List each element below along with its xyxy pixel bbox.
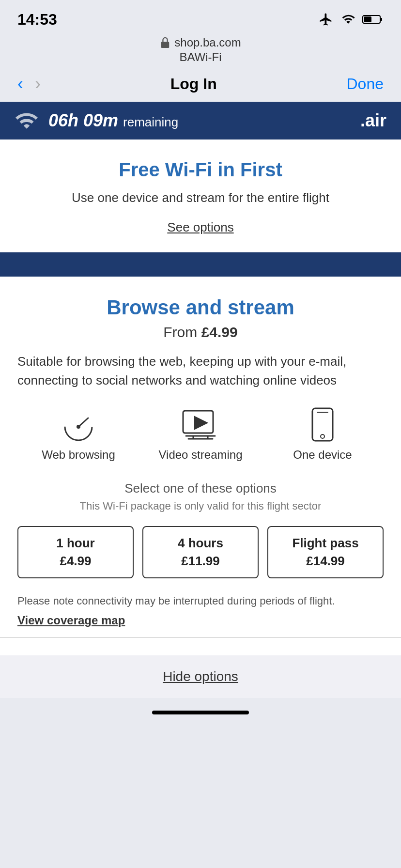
battery-icon <box>362 14 384 25</box>
amount-4hours: £11.99 <box>148 554 253 569</box>
features-row: Web browsing Video streaming <box>17 407 384 462</box>
status-bar: 14:53 <box>0 0 401 34</box>
duration-1hour: 1 hour <box>23 536 128 551</box>
site-name: BAWi-Fi <box>0 50 401 64</box>
wifi-icon <box>340 13 355 26</box>
web-browsing-icon <box>59 407 98 441</box>
video-streaming-label: Video streaming <box>159 448 243 462</box>
done-button[interactable]: Done <box>347 75 384 93</box>
price-option-4-hours[interactable]: 4 hours £11.99 <box>142 526 259 578</box>
see-options-link[interactable]: See options <box>17 220 384 235</box>
browser-url-bar: shop.ba.com BAWi-Fi <box>0 34 401 69</box>
status-icons <box>319 12 384 27</box>
amount-1hour: £4.99 <box>23 554 128 569</box>
url-text: shop.ba.com <box>174 36 241 49</box>
svg-point-13 <box>321 434 324 438</box>
video-streaming-icon <box>181 407 220 441</box>
one-device-label: One device <box>293 448 352 462</box>
time-remaining: 06h 09mremaining <box>48 110 178 131</box>
airplane-icon <box>319 12 333 27</box>
duration-4hours: 4 hours <box>148 536 253 551</box>
amount-flightpass: £14.99 <box>273 554 378 569</box>
feature-one-device: One device <box>262 407 384 462</box>
one-device-icon <box>303 407 342 441</box>
price-value: £4.99 <box>201 324 238 340</box>
svg-rect-2 <box>364 16 371 22</box>
top-strip: 06h 09mremaining .air <box>0 102 401 140</box>
price-option-1-hour[interactable]: 1 hour £4.99 <box>17 526 134 578</box>
lock-icon <box>160 36 170 49</box>
price-row: From £4.99 <box>17 324 384 341</box>
card-description: Suitable for browsing the web, keeping u… <box>17 352 384 390</box>
free-wifi-subtitle: Use one device and stream for the entire… <box>17 190 384 205</box>
valid-text: This Wi-Fi package is only valid for thi… <box>17 500 384 512</box>
wifi-top-icon <box>15 108 39 133</box>
svg-point-5 <box>77 425 80 429</box>
url-display: shop.ba.com <box>0 36 401 49</box>
home-indicator <box>0 698 401 727</box>
free-wifi-title: Free Wi-Fi in First <box>17 159 384 181</box>
svg-rect-12 <box>312 408 333 441</box>
remaining-label: remaining <box>123 115 178 129</box>
browse-stream-title: Browse and stream <box>17 296 384 319</box>
back-arrow[interactable]: ‹ <box>17 74 23 94</box>
status-time: 14:53 <box>17 11 57 29</box>
connectivity-note: Please note connectivity may be interrup… <box>17 594 384 609</box>
web-browsing-label: Web browsing <box>42 448 115 462</box>
coverage-link[interactable]: View coverage map <box>17 614 125 627</box>
from-label: From <box>163 324 197 340</box>
feature-video-streaming: Video streaming <box>139 407 262 462</box>
forward-arrow[interactable]: › <box>35 74 41 94</box>
blue-separator <box>0 252 401 277</box>
svg-rect-3 <box>161 42 170 48</box>
svg-marker-7 <box>195 417 207 429</box>
feature-web-browsing: Web browsing <box>17 407 139 462</box>
nav-arrows: ‹ › <box>17 74 41 94</box>
airline-logo: .air <box>360 110 386 131</box>
browser-title: Log In <box>170 75 217 93</box>
free-wifi-card: Free Wi-Fi in First Use one device and s… <box>0 140 401 252</box>
select-options-text: Select one of these options <box>17 481 384 496</box>
browse-stream-card: Browse and stream From £4.99 Suitable fo… <box>0 277 401 655</box>
hide-options-link[interactable]: Hide options <box>163 669 238 684</box>
price-options: 1 hour £4.99 4 hours £11.99 Flight pass … <box>17 526 384 578</box>
home-bar <box>152 711 249 714</box>
card-divider <box>0 637 401 638</box>
hide-options-section: Hide options <box>0 655 401 698</box>
duration-flightpass: Flight pass <box>273 536 378 551</box>
price-option-flight-pass[interactable]: Flight pass £14.99 <box>267 526 384 578</box>
browser-navigation: ‹ › Log In Done <box>0 69 401 102</box>
svg-rect-1 <box>380 18 382 21</box>
